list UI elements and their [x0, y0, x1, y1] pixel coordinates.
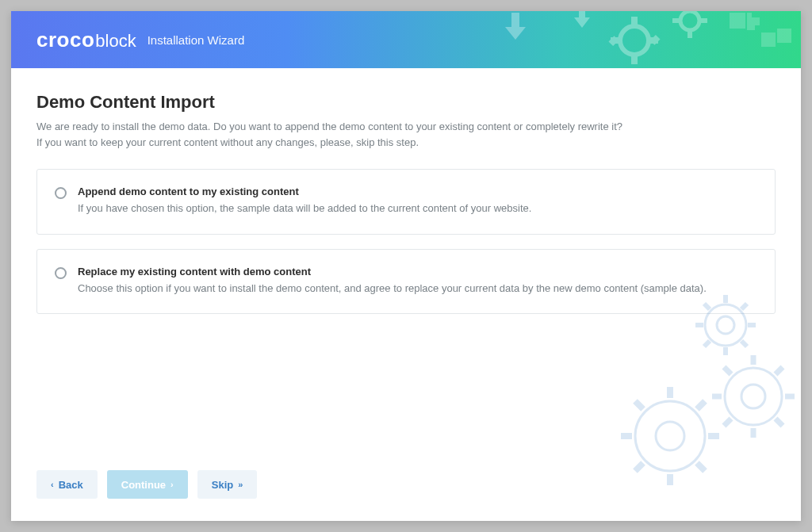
page-description: We are ready to install the demo data. D…	[36, 119, 776, 150]
svg-rect-11	[701, 18, 707, 23]
option-append[interactable]: Append demo content to my existing conte…	[36, 169, 776, 235]
radio-icon[interactable]	[55, 187, 67, 199]
page-title: Demo Content Import	[36, 92, 776, 113]
header-subtitle: Installation Wizard	[147, 33, 245, 47]
svg-rect-10	[672, 18, 679, 23]
svg-line-19	[741, 341, 747, 346]
svg-point-0	[620, 26, 649, 55]
footer-actions: ‹ Back Continue › Skip »	[11, 456, 801, 521]
svg-point-23	[741, 385, 765, 408]
svg-point-33	[656, 422, 684, 450]
page-description-line1: We are ready to install the demo data. D…	[36, 119, 776, 135]
option-title: Replace my existing content with demo co…	[78, 266, 757, 277]
logo-bold: croco	[36, 28, 94, 52]
content-area: Demo Content Import We are ready to inst…	[11, 68, 801, 456]
skip-button-label: Skip	[212, 479, 233, 491]
back-button[interactable]: ‹ Back	[36, 470, 98, 499]
svg-line-30	[724, 419, 731, 426]
option-body: Append demo content to my existing conte…	[78, 186, 757, 216]
svg-point-22	[725, 368, 782, 425]
back-button-label: Back	[59, 479, 83, 491]
svg-line-31	[776, 367, 783, 374]
logo-light: block	[95, 31, 136, 52]
option-description: Choose this option if you want to instal…	[78, 281, 757, 297]
continue-button-label: Continue	[121, 479, 166, 491]
option-body: Replace my existing content with demo co…	[78, 266, 757, 297]
header-decoration-icon	[476, 11, 801, 68]
chevron-right-icon: ›	[170, 480, 174, 489]
svg-rect-9	[688, 32, 692, 38]
radio-icon[interactable]	[55, 267, 67, 279]
svg-line-28	[724, 367, 731, 374]
continue-button[interactable]: Continue ›	[107, 470, 188, 499]
option-replace[interactable]: Replace my existing content with demo co…	[36, 249, 776, 315]
svg-point-7	[680, 11, 699, 30]
svg-line-41	[697, 401, 705, 409]
svg-rect-2	[631, 56, 638, 64]
svg-line-38	[635, 401, 643, 409]
svg-line-20	[704, 341, 710, 346]
option-description: If you have chosen this option, the samp…	[78, 201, 757, 216]
svg-rect-1	[631, 17, 638, 25]
svg-point-13	[717, 316, 734, 334]
app-window: croco block Installation Wizard	[11, 11, 801, 521]
option-title: Append demo content to my existing conte…	[78, 186, 757, 197]
svg-line-29	[776, 419, 783, 426]
header-bar: croco block Installation Wizard	[11, 11, 801, 68]
chevron-left-icon: ‹	[51, 480, 54, 489]
chevron-double-right-icon: »	[238, 480, 243, 489]
page-description-line2: If you want to keep your current content…	[36, 135, 776, 151]
logo: croco block	[36, 28, 136, 52]
skip-button[interactable]: Skip »	[197, 470, 258, 499]
